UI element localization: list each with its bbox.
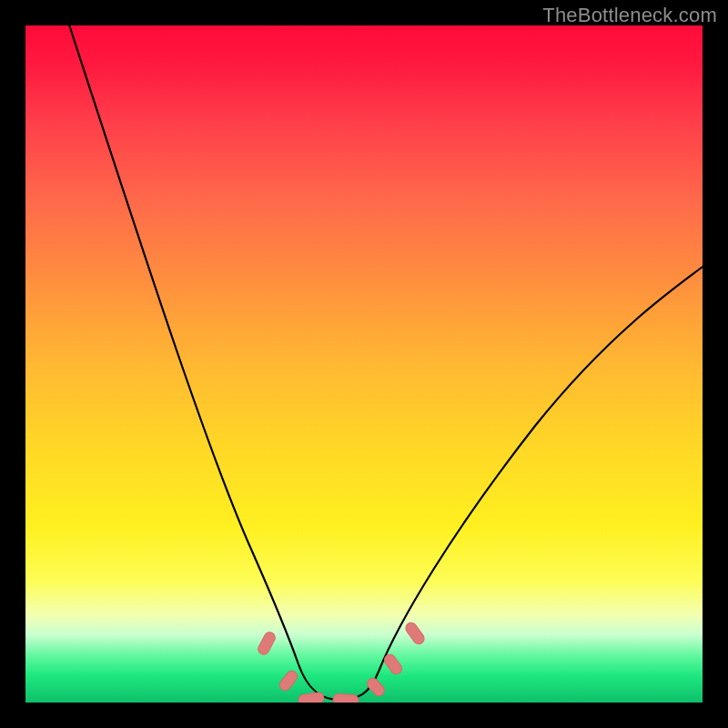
watermark-text: TheBottleneck.com	[542, 4, 717, 27]
marker-3	[298, 692, 324, 703]
marker-4	[333, 693, 359, 703]
marker-2	[278, 669, 299, 693]
marker-7	[404, 621, 427, 646]
bottleneck-curve-left	[66, 25, 298, 664]
marker-5	[365, 676, 387, 698]
marker-group	[257, 621, 427, 703]
curve-layer	[25, 25, 703, 703]
marker-1	[257, 631, 278, 657]
bottleneck-curve-right	[379, 258, 703, 672]
plot-area	[25, 25, 703, 703]
chart-frame: TheBottleneck.com	[0, 0, 728, 728]
